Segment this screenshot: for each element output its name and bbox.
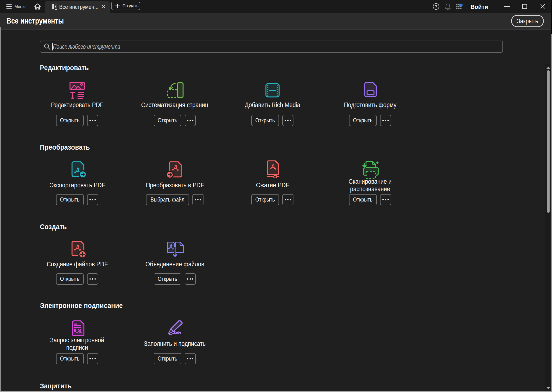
svg-text:?: ? [435, 4, 437, 9]
